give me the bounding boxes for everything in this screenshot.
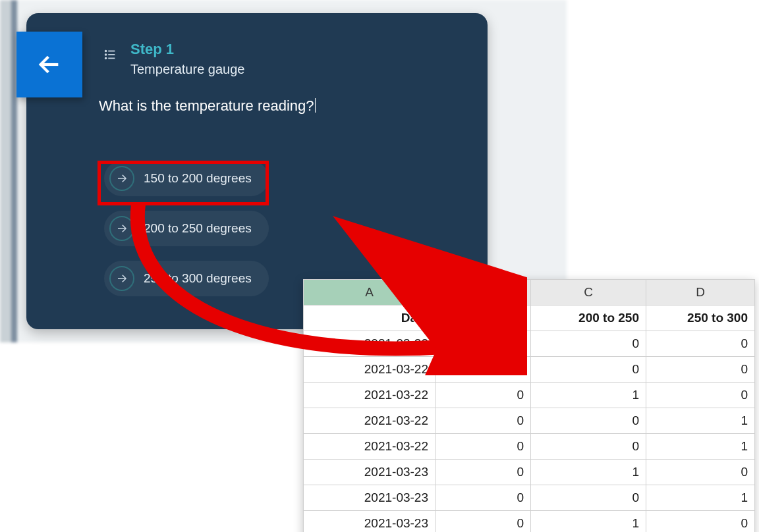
cell-date[interactable]: 2021-03-22 — [304, 434, 436, 460]
option-label: 200 to 250 degrees — [144, 221, 252, 236]
cell-val[interactable]: 0 — [531, 331, 646, 357]
table-row: 2021-03-23 0 0 1 — [304, 485, 755, 511]
text-cursor-icon — [315, 98, 316, 113]
cell-val[interactable]: 1 — [646, 485, 755, 511]
cell-val[interactable]: 1 — [531, 460, 646, 485]
cell-val[interactable]: 0 — [646, 511, 755, 533]
header-200-250[interactable]: 200 to 250 — [531, 306, 646, 331]
table-row: 2021-03-23 0 1 0 — [304, 460, 755, 485]
option-250-300[interactable]: 250 to 300 degrees — [104, 261, 269, 296]
cell-date[interactable]: 2021-03-22 — [304, 408, 436, 434]
spreadsheet-table: A B C D Date 150 to 200 200 to 250 250 t… — [303, 279, 755, 532]
table-row: 2021-03-22 0 0 1 — [304, 434, 755, 460]
cell-val[interactable]: 0 — [436, 460, 531, 485]
cell-date[interactable]: 2021-03-23 — [304, 485, 436, 511]
cell-val[interactable]: 1 — [646, 434, 755, 460]
table-row: 2021-03-23 0 1 0 — [304, 511, 755, 533]
header-250-300[interactable]: 250 to 300 — [646, 306, 755, 331]
header-date[interactable]: Date — [304, 306, 436, 331]
list-icon — [103, 47, 117, 62]
cell-val[interactable]: 1 — [646, 408, 755, 434]
col-letter-a[interactable]: A — [304, 280, 436, 306]
question-text: What is the temperature reading? — [99, 97, 316, 115]
table-row: 2021-03-22 1 0 0 — [304, 357, 755, 383]
header-150-200[interactable]: 150 to 200 — [436, 306, 531, 331]
svg-point-4 — [105, 54, 107, 55]
cell-val[interactable]: 1 — [531, 383, 646, 408]
cell-val[interactable]: 0 — [646, 331, 755, 357]
cell-val[interactable]: 0 — [531, 485, 646, 511]
table-row: 2021-03-22 0 1 0 — [304, 383, 755, 408]
option-label: 150 to 200 degrees — [144, 171, 252, 186]
cell-val[interactable]: 0 — [436, 383, 531, 408]
option-150-200[interactable]: 150 to 200 degrees — [104, 161, 269, 196]
question-text-value: What is the temperature reading? — [99, 97, 314, 114]
cell-date[interactable]: 2021-03-22 — [304, 357, 436, 383]
back-button[interactable] — [16, 32, 82, 97]
cell-val[interactable]: 0 — [646, 357, 755, 383]
col-letter-c[interactable]: C — [531, 280, 646, 306]
cell-date[interactable]: 2021-03-22 — [304, 383, 436, 408]
option-200-250[interactable]: 200 to 250 degrees — [104, 211, 269, 246]
cell-val[interactable]: 0 — [531, 434, 646, 460]
svg-point-6 — [105, 58, 107, 59]
arrow-right-icon — [109, 166, 134, 191]
cell-date[interactable]: 2021-03-22 — [304, 331, 436, 357]
cell-date[interactable]: 2021-03-23 — [304, 460, 436, 485]
cell-val[interactable]: 1 — [436, 331, 531, 357]
arrow-left-icon — [36, 51, 63, 78]
option-list: 150 to 200 degrees 200 to 250 degrees 25… — [104, 161, 269, 296]
header-row: Date 150 to 200 200 to 250 250 to 300 — [304, 306, 755, 331]
col-letter-b[interactable]: B — [436, 280, 531, 306]
column-letter-row: A B C D — [304, 280, 755, 306]
cell-date[interactable]: 2021-03-23 — [304, 511, 436, 533]
cell-val[interactable]: 0 — [531, 357, 646, 383]
option-label: 250 to 300 degrees — [144, 271, 252, 286]
table-row: 2021-03-22 0 0 1 — [304, 408, 755, 434]
svg-point-2 — [105, 51, 107, 52]
step-subtitle: Temperature gauge — [130, 62, 244, 77]
step-number-label: Step 1 — [130, 41, 174, 58]
cell-val[interactable]: 1 — [436, 357, 531, 383]
table-row: 2021-03-22 1 0 0 — [304, 331, 755, 357]
cell-val[interactable]: 0 — [436, 485, 531, 511]
arrow-right-icon — [109, 266, 134, 291]
col-letter-d[interactable]: D — [646, 280, 755, 306]
cell-val[interactable]: 0 — [646, 460, 755, 485]
cell-val[interactable]: 0 — [436, 408, 531, 434]
cell-val[interactable]: 0 — [531, 408, 646, 434]
cell-val[interactable]: 1 — [531, 511, 646, 533]
spreadsheet: A B C D Date 150 to 200 200 to 250 250 t… — [303, 279, 754, 532]
arrow-right-icon — [109, 216, 134, 241]
cell-val[interactable]: 0 — [646, 383, 755, 408]
cell-val[interactable]: 0 — [436, 511, 531, 533]
cell-val[interactable]: 0 — [436, 434, 531, 460]
